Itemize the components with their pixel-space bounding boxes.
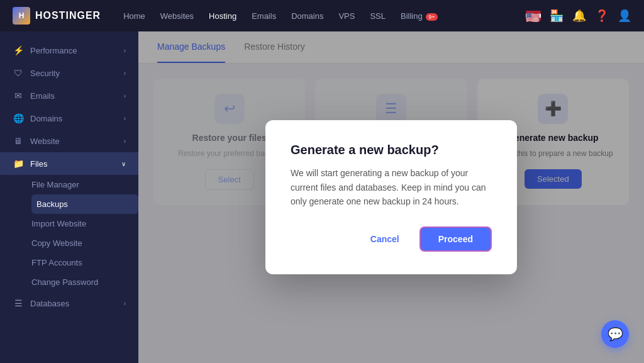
sidebar-item-emails[interactable]: ✉ Emails › (0, 84, 138, 107)
language-flag[interactable]: 🇺🇸 (526, 11, 541, 21)
modal-text: We will start generating a new backup of… (291, 166, 492, 208)
performance-icon: ⚡ (13, 45, 24, 55)
chevron-right-icon: › (124, 92, 126, 99)
files-icon: 📁 (13, 159, 24, 169)
top-navigation: H HOSTINGER Home Websites Hosting Emails… (0, 0, 644, 31)
nav-home[interactable]: Home (123, 9, 145, 23)
sidebar-item-website[interactable]: 🖥 Website › (0, 130, 138, 152)
store-icon[interactable]: 🏪 (550, 9, 564, 23)
modal-title: Generate a new backup? (291, 143, 492, 157)
sidebar-item-copy-website[interactable]: Copy Website (31, 233, 138, 253)
emails-icon: ✉ (13, 91, 24, 101)
chevron-right-icon: › (124, 300, 126, 307)
sidebar-item-files[interactable]: 📁 Files ∨ (0, 152, 138, 175)
sidebar-item-change-password[interactable]: Change Password (31, 272, 138, 292)
nav-ssl[interactable]: SSL (370, 9, 386, 23)
sidebar-item-performance[interactable]: ⚡ Performance › (0, 39, 138, 62)
chevron-right-icon: › (124, 138, 126, 145)
databases-icon: ☰ (13, 298, 24, 308)
sidebar-files-submenu: File Manager Backups Import Website Copy… (0, 175, 138, 292)
sidebar-label-files: Files (30, 159, 47, 169)
nav-vps[interactable]: VPS (338, 9, 355, 23)
chevron-right-icon: › (124, 115, 126, 122)
sidebar-label-databases: Databases (30, 299, 69, 308)
modal-dialog: Generate a new backup? We will start gen… (265, 120, 517, 274)
main-layout: ⚡ Performance › 🛡 Security › ✉ Emails › … (0, 31, 644, 363)
sidebar-item-ftp-accounts[interactable]: FTP Accounts (31, 253, 138, 272)
sidebar-label-website: Website (30, 137, 60, 146)
sidebar-item-databases[interactable]: ☰ Databases › (0, 292, 138, 315)
topnav-right: 🇺🇸 🏪 🔔 ❓ 👤 (526, 9, 631, 23)
nav-hosting[interactable]: Hosting (209, 9, 236, 23)
sidebar-item-import-website[interactable]: Import Website (31, 214, 138, 233)
modal-actions: Cancel Proceed (291, 226, 492, 252)
chat-button[interactable]: 💬 (601, 320, 629, 348)
cancel-button[interactable]: Cancel (360, 229, 409, 249)
website-icon: 🖥 (13, 136, 24, 146)
sidebar-label-performance: Performance (30, 46, 77, 55)
nav-billing[interactable]: Billing 9+ (401, 9, 438, 23)
notification-icon[interactable]: 🔔 (572, 9, 586, 23)
billing-badge: 9+ (426, 13, 437, 21)
chevron-right-icon: › (124, 47, 126, 54)
sidebar-item-file-manager[interactable]: File Manager (31, 175, 138, 194)
sidebar-label-security: Security (30, 69, 60, 78)
logo-icon: H (13, 7, 30, 25)
sidebar: ⚡ Performance › 🛡 Security › ✉ Emails › … (0, 31, 138, 363)
proceed-button[interactable]: Proceed (419, 226, 492, 252)
sidebar-item-domains[interactable]: 🌐 Domains › (0, 107, 138, 130)
chevron-down-icon: ∨ (121, 160, 126, 167)
security-icon: 🛡 (13, 68, 24, 78)
sidebar-item-security[interactable]: 🛡 Security › (0, 62, 138, 84)
sidebar-label-emails: Emails (30, 91, 55, 101)
chevron-right-icon: › (124, 70, 126, 77)
main-content: Manage Backups Restore History ↩ Restore… (138, 31, 644, 363)
nav-websites[interactable]: Websites (160, 9, 194, 23)
help-icon[interactable]: ❓ (595, 9, 609, 23)
logo-text: HOSTINGER (35, 10, 101, 21)
nav-domains[interactable]: Domains (291, 9, 323, 23)
logo[interactable]: H HOSTINGER (13, 7, 101, 25)
chat-icon: 💬 (608, 327, 623, 342)
sidebar-item-backups[interactable]: Backups (31, 194, 138, 214)
sidebar-label-domains: Domains (30, 114, 62, 123)
user-icon[interactable]: 👤 (618, 9, 631, 23)
nav-emails[interactable]: Emails (252, 9, 276, 23)
domains-icon: 🌐 (13, 113, 24, 123)
modal-overlay: Generate a new backup? We will start gen… (138, 31, 644, 363)
